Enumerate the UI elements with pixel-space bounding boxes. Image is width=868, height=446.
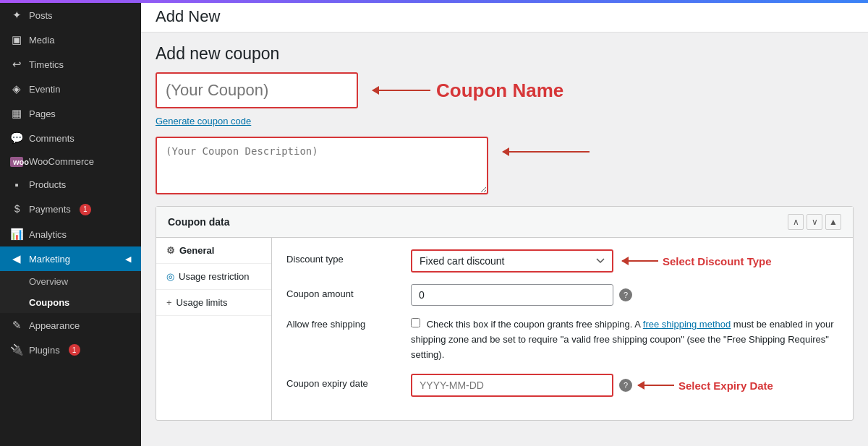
coupon-amount-label: Coupon amount [286,284,402,299]
products-icon: ▪ [10,179,23,191]
eventin-icon: ◈ [10,82,23,95]
analytics-icon: 📊 [10,228,23,241]
coupon-name-row: Coupon Name [156,72,854,108]
expiry-date-control: ? Select Expiry Date [411,374,838,397]
discount-type-row: Discount type Fixed cart discount Percen… [286,249,838,273]
discount-type-wrapper: Fixed cart discount Percentage discount … [411,249,772,273]
breadcrumb: Add New [156,7,854,26]
sidebar-item-media[interactable]: ▣ Media [0,27,141,52]
discount-type-annotation: Select Discount Type [622,255,772,267]
coupon-data-controls: ∧ ∨ ▲ [788,214,841,230]
free-shipping-checkbox[interactable] [411,318,420,327]
sidebar-item-coupons[interactable]: Coupons [0,292,141,313]
marketing-submenu: Overview Coupons [0,271,141,313]
coupon-amount-control: ? [411,284,838,306]
general-icon: ⚙ [166,245,175,256]
coupon-tabs: ⚙ General ◎ Usage restriction + Usage li… [156,238,272,420]
sidebar-item-payments[interactable]: ＄ Payments 1 [0,197,141,222]
tab-general[interactable]: ⚙ General [156,238,271,264]
free-shipping-row: Allow free shipping Check this box if th… [286,317,838,362]
expiry-annotation: Select Expiry Date [638,379,773,392]
description-row [156,137,854,194]
expiry-input-wrapper: ? Select Expiry Date [411,374,773,397]
posts-icon: ✦ [10,9,23,22]
sidebar-item-timetics[interactable]: ↩ Timetics [0,52,141,77]
payments-badge: 1 [80,204,91,215]
expiry-date-label: Coupon expiry date [286,374,402,389]
timetics-icon: ↩ [10,58,23,71]
pages-icon: ▦ [10,107,23,120]
coupon-name-annotation: Coupon Name [373,80,563,102]
plugins-icon: 🔌 [10,343,23,356]
content-area: Add new coupon Coupon Name Generate coup… [141,33,868,432]
usage-icon: ◎ [166,271,174,282]
collapse-down-button[interactable]: ∨ [807,214,822,230]
sidebar-item-products[interactable]: ▪ Products [0,173,141,197]
generate-coupon-button[interactable]: Generate coupon code [156,114,251,128]
coupon-name-arrow [373,90,430,91]
page-header: Add New [141,0,868,33]
sidebar-item-appearance[interactable]: ✎ Appearance [0,313,141,338]
coupon-panel: Discount type Fixed cart discount Percen… [272,238,853,420]
appearance-icon: ✎ [10,319,23,332]
page-title: Add new coupon [156,44,854,64]
coupon-data-box: Coupon data ∧ ∨ ▲ ⚙ General ◎ Usage re [156,206,854,421]
sidebar-item-marketing[interactable]: ◀ Marketing ◀ [0,246,141,271]
plugins-badge: 1 [69,344,80,356]
expiry-date-row: Coupon expiry date ? Select Expiry Date [286,374,838,397]
sidebar-item-pages[interactable]: ▦ Pages [0,101,141,126]
coupon-data-title: Coupon data [168,216,230,228]
sidebar-item-comments[interactable]: 💬 Comments [0,126,141,150]
coupon-amount-row: Coupon amount ? [286,284,838,306]
coupon-data-body: ⚙ General ◎ Usage restriction + Usage li… [156,238,853,420]
coupon-amount-input[interactable] [411,284,613,306]
discount-type-label: Discount type [286,249,402,265]
payments-icon: ＄ [10,202,23,216]
sidebar-item-woocommerce[interactable]: woo WooCommerce [0,150,141,173]
sidebar: ✦ Posts ▣ Media ↩ Timetics ◈ Eventin ▦ P… [0,0,141,446]
discount-type-select[interactable]: Fixed cart discount Percentage discount … [411,249,613,273]
expand-button[interactable]: ▲ [825,214,841,230]
media-icon: ▣ [10,33,23,46]
coupon-amount-help-icon[interactable]: ? [619,288,632,301]
sidebar-item-analytics[interactable]: 📊 Analytics [0,222,141,246]
free-shipping-label: Allow free shipping [286,317,402,330]
sidebar-item-overview[interactable]: Overview [0,271,141,292]
expiry-date-input[interactable] [411,374,613,397]
free-shipping-checkbox-label[interactable]: Check this box if the coupon grants free… [411,319,834,360]
coupon-name-input[interactable] [156,72,358,108]
sidebar-item-eventin[interactable]: ◈ Eventin [0,77,141,101]
tab-usage-restriction[interactable]: ◎ Usage restriction [156,264,271,290]
tab-usage-limits[interactable]: + Usage limits [156,290,271,316]
discount-type-control: Fixed cart discount Percentage discount … [411,249,838,273]
description-annotation [503,137,590,153]
sidebar-item-plugins[interactable]: 🔌 Plugins 1 [0,338,141,362]
expiry-help-icon[interactable]: ? [619,379,632,392]
marketing-icon: ◀ [10,252,23,265]
woocommerce-icon: woo [10,157,23,167]
limits-icon: + [166,297,172,308]
free-shipping-link[interactable]: free shipping method [643,319,731,330]
coupon-name-label: Coupon Name [436,80,563,102]
marketing-collapse-icon: ◀ [125,254,131,264]
coupon-data-header: Coupon data ∧ ∨ ▲ [156,207,853,238]
collapse-up-button[interactable]: ∧ [788,214,804,230]
main-content: Add New Add new coupon Coupon Name Gener… [141,0,868,446]
comments-icon: 💬 [10,132,23,145]
free-shipping-content: Check this box if the coupon grants free… [411,317,838,362]
description-textarea[interactable] [156,137,488,194]
sidebar-item-posts[interactable]: ✦ Posts [0,3,141,27]
